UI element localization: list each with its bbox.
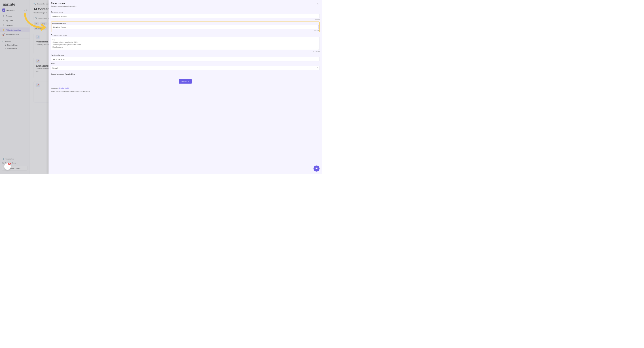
notification-badge: 10 bbox=[8, 163, 11, 165]
product-highlight: Product or service 14 / 200 bbox=[51, 22, 320, 33]
label: Integrations bbox=[6, 158, 14, 160]
close-icon[interactable]: ✕ bbox=[316, 2, 320, 5]
check-icon: ✓ bbox=[2, 19, 5, 22]
company-name-input[interactable] bbox=[51, 14, 320, 18]
label: Recents bbox=[5, 41, 11, 42]
sidebar-item-organize[interactable]: ⚙ Organize ▸ bbox=[0, 23, 30, 27]
words-input[interactable] bbox=[51, 57, 320, 61]
line: text bbox=[36, 70, 38, 72]
help-fab[interactable]: 10 n bbox=[4, 163, 11, 170]
search-icon: 🔍 bbox=[34, 3, 36, 5]
recents-heading: 🕘 Recents bbox=[0, 39, 30, 43]
nav-primary: 🗂 Projects ✓ My Tasks ⚙ Organize ▸ ⚡ AI … bbox=[0, 13, 30, 37]
label: Language: bbox=[51, 87, 59, 89]
sidebar-item-label: Organize bbox=[6, 24, 13, 26]
workspace-switcher[interactable]: N NarratoM... ▾ ⚙ bbox=[0, 7, 30, 13]
sidebar-item-label: Projects bbox=[6, 15, 12, 17]
tone-label: Tone bbox=[51, 63, 320, 65]
modal-subtitle: Create a press release from notes bbox=[51, 5, 316, 7]
search-icon: 🔍 bbox=[35, 17, 37, 19]
chat-fab[interactable] bbox=[314, 166, 320, 172]
line: Create a summary bbox=[36, 68, 50, 70]
chip-all[interactable]: All bbox=[34, 22, 39, 26]
logo: narrato bbox=[0, 0, 30, 7]
review-note: Make sure you manually review all AI gen… bbox=[51, 90, 320, 92]
chevron-down-icon: ▾ bbox=[24, 9, 25, 11]
sidebar-item-my-tasks[interactable]: ✓ My Tasks bbox=[0, 18, 30, 23]
folder-icon: 🗀 bbox=[4, 44, 6, 46]
sidebar-item-ai-assistant[interactable]: ⚡ AI Content Assistant bbox=[0, 27, 30, 32]
label: Saving to project: bbox=[51, 73, 64, 75]
clock-icon: 🕘 bbox=[2, 41, 4, 42]
sidebar: narrato N NarratoM... ▾ ⚙ 🗂 Projects ✓ M… bbox=[0, 0, 30, 174]
placeholder: Search your us bbox=[38, 17, 50, 19]
notes-counter: 0 / 10000 bbox=[51, 51, 320, 53]
sidebar-integrations[interactable]: ⚓ Integrations bbox=[0, 157, 30, 161]
workspace-badge: N bbox=[2, 8, 5, 12]
monitor-icon: 🖵 bbox=[2, 162, 4, 164]
document-icon: 📄 bbox=[36, 35, 40, 39]
note-icon: 📝 bbox=[36, 83, 40, 87]
tone-select[interactable]: Friendly ▾ bbox=[51, 66, 320, 70]
chip-my-templates[interactable]: My templates bbox=[34, 26, 47, 30]
workspace-name: NarratoM... bbox=[6, 9, 23, 11]
notes-label: Announcement notes bbox=[51, 34, 320, 36]
divider bbox=[0, 38, 30, 39]
anchor-icon: ⚓ bbox=[2, 158, 4, 160]
product-counter: 14 / 200 bbox=[52, 30, 319, 31]
sidebar-item-label: AI Content Assistant bbox=[6, 29, 21, 31]
language-row: Language: English (US) bbox=[51, 87, 320, 89]
sidebar-item-ai-genie[interactable]: 🚀 AI Content Genie bbox=[0, 32, 30, 37]
rocket-icon: 🚀 bbox=[2, 33, 5, 36]
press-release-panel: Press release Create a press release fro… bbox=[48, 0, 322, 174]
sidebar-item-projects[interactable]: 🗂 Projects bbox=[0, 13, 30, 18]
tone-value: Friendly bbox=[52, 67, 58, 69]
product-input[interactable] bbox=[52, 25, 319, 29]
recent-item[interactable]: 🗀 Social Media bbox=[0, 47, 30, 50]
briefcase-icon: 🗂 bbox=[2, 14, 5, 17]
external-link-icon[interactable]: ↗ bbox=[76, 73, 78, 75]
chevron-down-icon: ▾ bbox=[317, 67, 318, 69]
note-icon: 📝 bbox=[36, 59, 40, 63]
chevron-right-icon: ▸ bbox=[27, 24, 28, 26]
modal-title: Press release bbox=[51, 2, 316, 5]
language-link[interactable]: English (US) bbox=[60, 87, 69, 89]
sidebar-item-label: AI Content Genie bbox=[6, 33, 19, 35]
recent-label: Social Media bbox=[8, 48, 17, 50]
chip-blog[interactable]: Blog bbox=[40, 22, 47, 26]
company-name-label: Company name bbox=[51, 11, 320, 13]
label: Create Content bbox=[9, 168, 20, 170]
recent-label: Narrato Blogs bbox=[8, 44, 18, 46]
gear-icon[interactable]: ⚙ bbox=[26, 9, 28, 11]
project-name[interactable]: Narrato Blogs bbox=[65, 73, 75, 75]
notes-textarea[interactable] bbox=[51, 37, 320, 50]
sidebar-item-label: My Tasks bbox=[6, 19, 13, 21]
company-name-counter: 16 / 50 bbox=[51, 19, 320, 21]
folder-icon: 🗀 bbox=[4, 48, 6, 50]
recent-item[interactable]: 🗀 Narrato Blogs bbox=[0, 43, 30, 47]
chat-icon bbox=[315, 167, 318, 170]
product-label: Product or service bbox=[52, 22, 319, 24]
saving-project-row: Saving to project: Narrato Blogs ↗ bbox=[51, 73, 320, 75]
sliders-icon: ⚙ bbox=[2, 24, 5, 26]
words-label: Number of words bbox=[51, 54, 320, 56]
generate-button[interactable]: Generate bbox=[179, 79, 192, 84]
sparkle-icon: ⚡ bbox=[2, 29, 5, 31]
